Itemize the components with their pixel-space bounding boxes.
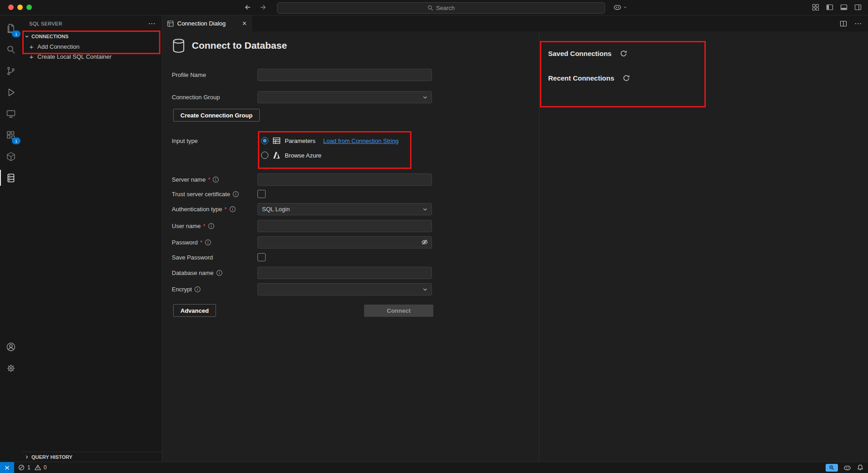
- sidebar-item-run-debug[interactable]: [0, 81, 22, 103]
- back-icon[interactable]: [244, 4, 252, 11]
- toggle-primary-sidebar-icon[interactable]: [826, 4, 833, 11]
- info-icon[interactable]: [232, 191, 239, 198]
- zoom-status-button[interactable]: [826, 464, 838, 472]
- connection-form: Connect to Database Profile Name Connect…: [162, 31, 539, 462]
- encrypt-select[interactable]: [257, 283, 432, 295]
- browse-azure-radio-label: Browse Azure: [285, 152, 321, 159]
- info-icon[interactable]: [216, 270, 223, 276]
- editor-actions: ⋯: [840, 15, 862, 31]
- chevron-down-icon: [422, 286, 428, 293]
- azure-icon: [272, 151, 281, 159]
- password-input[interactable]: [257, 236, 432, 249]
- authentication-type-select[interactable]: SQL Login: [257, 203, 432, 215]
- split-editor-icon[interactable]: [840, 20, 847, 27]
- authentication-type-label: Authentication type: [172, 206, 222, 213]
- customize-layout-icon[interactable]: [812, 4, 819, 11]
- parameters-icon: [272, 137, 281, 145]
- sidebar-item-remote-explorer[interactable]: [0, 103, 22, 124]
- refresh-icon[interactable]: [622, 74, 630, 82]
- close-icon[interactable]: ✕: [242, 20, 247, 26]
- required-marker: *: [208, 176, 210, 183]
- info-icon[interactable]: [194, 286, 201, 293]
- eye-off-icon[interactable]: [421, 239, 428, 246]
- load-connection-string-link[interactable]: Load from Connection String: [323, 137, 398, 144]
- chevron-right-icon: [23, 453, 31, 461]
- authentication-type-value: SQL Login: [262, 206, 290, 213]
- connect-button[interactable]: Connect: [364, 305, 433, 317]
- server-name-label: Server name: [172, 176, 205, 183]
- info-icon[interactable]: [229, 206, 236, 213]
- minimize-window-button[interactable]: [17, 5, 23, 10]
- save-password-label: Save Password: [172, 254, 213, 261]
- remote-indicator[interactable]: [0, 462, 14, 473]
- create-local-sql-container-label: Create Local SQL Container: [37, 53, 112, 60]
- trust-server-certificate-checkbox[interactable]: [257, 190, 266, 198]
- query-history-section-header[interactable]: QUERY HISTORY: [22, 452, 162, 462]
- sidebar-item-source-control[interactable]: [0, 60, 22, 81]
- connections-section-label: CONNECTIONS: [31, 34, 68, 39]
- status-bar: 1 0: [0, 462, 868, 473]
- connections-browser-pane: Saved Connections Recent Connections: [539, 31, 868, 462]
- warning-icon: [35, 464, 41, 471]
- source-control-icon: [5, 66, 16, 76]
- sidebar-item-containers[interactable]: [0, 146, 22, 167]
- activity-bar: 1: [0, 15, 22, 462]
- titlebar-search[interactable]: Search: [277, 2, 605, 14]
- user-name-input[interactable]: [257, 220, 432, 232]
- info-icon[interactable]: [208, 223, 215, 229]
- sidebar-item-sql-server[interactable]: [0, 167, 22, 188]
- editor-area: Connection Dialog ✕ ⋯ Connect to Databas…: [162, 15, 868, 462]
- database-name-label: Database name: [172, 270, 214, 276]
- profile-name-input[interactable]: [257, 69, 432, 81]
- connection-dialog-icon: [167, 20, 174, 27]
- run-debug-icon: [5, 87, 16, 98]
- sidebar-item-extensions[interactable]: 1: [0, 124, 22, 146]
- toggle-secondary-sidebar-icon[interactable]: [854, 4, 862, 11]
- add-connection-item[interactable]: + Add Connection: [22, 41, 162, 51]
- create-local-sql-container-item[interactable]: + Create Local SQL Container: [22, 51, 162, 61]
- toggle-panel-icon[interactable]: [840, 4, 847, 11]
- more-actions-icon[interactable]: ⋯: [148, 20, 155, 27]
- sidebar-item-accounts[interactable]: [0, 336, 22, 357]
- parameters-radio-label: Parameters: [285, 137, 315, 144]
- recent-connections-label: Recent Connections: [548, 74, 614, 82]
- browse-azure-radio[interactable]: Browse Azure: [257, 148, 399, 163]
- sidebar-item-settings[interactable]: [0, 357, 22, 379]
- required-marker: *: [200, 239, 202, 246]
- save-password-checkbox[interactable]: [257, 253, 266, 261]
- warning-count: 0: [44, 464, 47, 471]
- connections-section-header[interactable]: CONNECTIONS: [22, 31, 162, 41]
- user-name-label: User name: [172, 223, 201, 229]
- settings-gear-icon: [5, 363, 16, 374]
- info-icon[interactable]: [205, 239, 211, 246]
- maximize-window-button[interactable]: [26, 5, 32, 10]
- tab-label: Connection Dialog: [177, 20, 226, 27]
- parameters-radio[interactable]: Parameters Load from Connection String: [257, 133, 399, 148]
- problems-status[interactable]: 1 0: [18, 464, 49, 471]
- copilot-menu[interactable]: [613, 3, 627, 11]
- window-controls: [8, 5, 32, 10]
- bell-icon[interactable]: [857, 464, 864, 471]
- required-marker: *: [203, 223, 205, 229]
- database-name-input[interactable]: [257, 267, 432, 279]
- create-connection-group-button[interactable]: Create Connection Group: [173, 109, 260, 122]
- forward-icon[interactable]: [259, 4, 267, 11]
- tab-connection-dialog[interactable]: Connection Dialog ✕: [162, 15, 252, 31]
- info-icon[interactable]: [212, 176, 219, 183]
- copilot-status-icon[interactable]: [843, 464, 851, 472]
- server-name-input[interactable]: [257, 173, 432, 186]
- more-actions-icon[interactable]: ⋯: [854, 20, 862, 27]
- connection-group-select[interactable]: [257, 91, 432, 103]
- chevron-down-icon: [422, 94, 428, 101]
- sidebar-item-explorer[interactable]: 1: [0, 17, 22, 39]
- extensions-badge: 1: [12, 137, 21, 144]
- sidebar-item-search[interactable]: [0, 39, 22, 60]
- profile-name-label: Profile Name: [172, 71, 206, 78]
- refresh-icon[interactable]: [620, 50, 627, 57]
- advanced-button[interactable]: Advanced: [173, 304, 216, 317]
- add-icon: +: [28, 43, 35, 50]
- saved-connections-label: Saved Connections: [548, 50, 611, 57]
- encrypt-label: Encrypt: [172, 286, 192, 293]
- page-title: Connect to Database: [192, 40, 287, 51]
- close-window-button[interactable]: [8, 5, 14, 10]
